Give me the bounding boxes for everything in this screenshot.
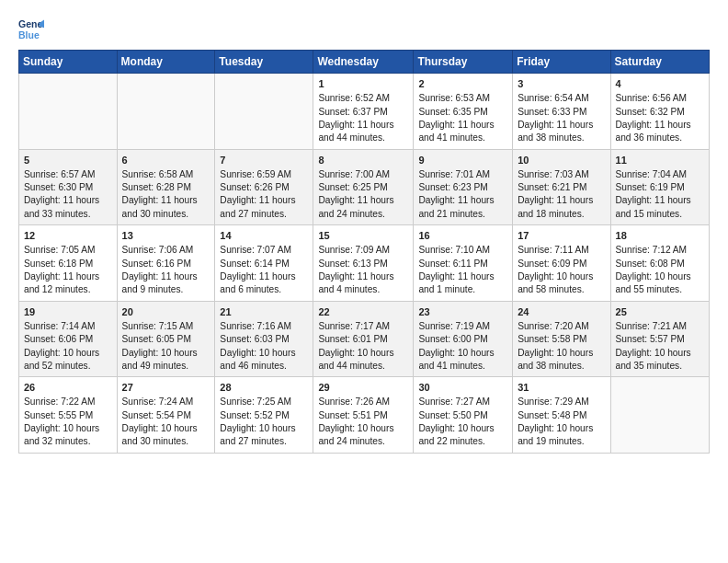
day-info-line: Sunrise: 7:03 AM: [518, 169, 589, 179]
day-info-line: Sunset: 6:11 PM: [418, 259, 487, 269]
day-number: 18: [616, 229, 704, 243]
day-info-line: Sunset: 6:35 PM: [418, 107, 487, 117]
day-info-line: Sunrise: 6:52 AM: [318, 93, 390, 103]
col-tuesday: Tuesday: [215, 51, 313, 74]
day-info-line: Sunrise: 6:58 AM: [122, 169, 194, 179]
calendar-cell: 16Sunrise: 7:10 AMSunset: 6:11 PMDayligh…: [414, 225, 513, 302]
day-info-line: Daylight: 11 hours and 33 minutes.: [24, 195, 99, 218]
calendar-cell: 8Sunrise: 7:00 AMSunset: 6:25 PMDaylight…: [313, 149, 414, 225]
calendar-cell: 6Sunrise: 6:58 AMSunset: 6:28 PMDaylight…: [117, 149, 215, 225]
day-info-line: Sunrise: 7:11 AM: [518, 245, 589, 255]
day-number: 19: [24, 305, 112, 319]
calendar-cell: 27Sunrise: 7:24 AMSunset: 5:54 PMDayligh…: [117, 377, 215, 454]
day-info-line: Daylight: 10 hours and 55 minutes.: [616, 271, 691, 294]
calendar-week-row: 19Sunrise: 7:14 AMSunset: 6:06 PMDayligh…: [19, 301, 710, 377]
day-info-line: Sunset: 6:18 PM: [24, 259, 93, 269]
day-info-line: Sunset: 6:33 PM: [518, 107, 586, 117]
day-info-line: Sunset: 6:21 PM: [518, 182, 586, 192]
day-info-line: Daylight: 10 hours and 22 minutes.: [418, 423, 494, 446]
day-number: 29: [318, 381, 408, 395]
day-info-line: Sunset: 6:13 PM: [318, 259, 387, 269]
calendar-cell: 30Sunrise: 7:27 AMSunset: 5:50 PMDayligh…: [414, 377, 513, 454]
day-number: 26: [24, 381, 112, 395]
calendar-cell: 21Sunrise: 7:16 AMSunset: 6:03 PMDayligh…: [215, 301, 313, 377]
day-info-line: Daylight: 11 hours and 24 minutes.: [318, 195, 393, 218]
day-number: 22: [318, 305, 408, 319]
day-info-line: Sunrise: 7:24 AM: [122, 396, 194, 407]
day-info-line: Daylight: 10 hours and 24 minutes.: [318, 423, 393, 446]
day-info-line: Sunrise: 7:27 AM: [418, 396, 490, 407]
day-info-line: Sunset: 6:25 PM: [318, 182, 387, 192]
day-info-line: Daylight: 11 hours and 21 minutes.: [418, 195, 494, 218]
day-number: 11: [616, 154, 704, 167]
day-number: 1: [318, 77, 408, 91]
calendar-cell: 26Sunrise: 7:22 AMSunset: 5:55 PMDayligh…: [19, 377, 118, 454]
day-info-line: Daylight: 11 hours and 1 minute.: [418, 271, 494, 294]
day-info-line: Daylight: 10 hours and 38 minutes.: [518, 348, 593, 371]
day-info-line: Daylight: 10 hours and 19 minutes.: [518, 423, 593, 446]
day-info-line: Sunset: 5:48 PM: [518, 410, 586, 420]
day-number: 4: [616, 77, 704, 91]
day-info-line: Daylight: 10 hours and 32 minutes.: [24, 423, 99, 446]
day-info-line: Sunrise: 7:14 AM: [24, 321, 96, 331]
day-info-line: Sunset: 6:05 PM: [122, 334, 191, 344]
calendar-cell: 23Sunrise: 7:19 AMSunset: 6:00 PMDayligh…: [414, 301, 513, 377]
day-info-line: Sunrise: 7:25 AM: [220, 396, 291, 407]
calendar-cell: 10Sunrise: 7:03 AMSunset: 6:21 PMDayligh…: [513, 149, 610, 225]
calendar-cell: 2Sunrise: 6:53 AMSunset: 6:35 PMDaylight…: [414, 74, 513, 150]
day-number: 28: [220, 381, 308, 395]
svg-text:Blue: Blue: [18, 29, 40, 40]
day-info-line: Sunrise: 6:57 AM: [24, 169, 96, 179]
calendar-cell: [117, 74, 215, 150]
calendar-cell: 7Sunrise: 6:59 AMSunset: 6:26 PMDaylight…: [215, 149, 313, 225]
calendar-cell: 20Sunrise: 7:15 AMSunset: 6:05 PMDayligh…: [117, 301, 215, 377]
calendar-body: 1Sunrise: 6:52 AMSunset: 6:37 PMDaylight…: [19, 74, 710, 454]
calendar-cell: [215, 74, 313, 150]
day-info-line: Daylight: 10 hours and 41 minutes.: [418, 348, 494, 371]
col-wednesday: Wednesday: [313, 51, 414, 74]
day-info-line: Sunrise: 7:20 AM: [518, 321, 589, 331]
day-info-line: Sunset: 5:54 PM: [122, 410, 191, 420]
day-info-line: Daylight: 11 hours and 9 minutes.: [122, 271, 198, 294]
page: General Blue Sunday Monday Tuesday Wedne…: [0, 0, 728, 563]
day-number: 8: [318, 154, 408, 167]
calendar-cell: [19, 74, 118, 150]
day-info-line: Sunset: 5:51 PM: [318, 410, 387, 420]
calendar-cell: 18Sunrise: 7:12 AMSunset: 6:08 PMDayligh…: [610, 225, 709, 302]
calendar-cell: 19Sunrise: 7:14 AMSunset: 6:06 PMDayligh…: [19, 301, 118, 377]
day-info-line: Daylight: 11 hours and 12 minutes.: [24, 271, 99, 294]
day-info-line: Daylight: 11 hours and 30 minutes.: [122, 195, 198, 218]
day-number: 15: [318, 229, 408, 243]
calendar-cell: 12Sunrise: 7:05 AMSunset: 6:18 PMDayligh…: [19, 225, 118, 302]
day-info-line: Daylight: 10 hours and 52 minutes.: [24, 348, 99, 371]
logo: General Blue: [18, 17, 44, 42]
day-number: 30: [418, 381, 507, 395]
calendar-cell: 24Sunrise: 7:20 AMSunset: 5:58 PMDayligh…: [513, 301, 610, 377]
day-info-line: Sunset: 6:16 PM: [122, 259, 191, 269]
logo-icon: General Blue: [18, 17, 44, 42]
day-info-line: Sunrise: 7:16 AM: [220, 321, 291, 331]
col-saturday: Saturday: [610, 51, 709, 74]
calendar-cell: 11Sunrise: 7:04 AMSunset: 6:19 PMDayligh…: [610, 149, 709, 225]
day-number: 21: [220, 305, 308, 319]
day-info-line: Sunrise: 7:01 AM: [418, 169, 490, 179]
day-info-line: Daylight: 10 hours and 49 minutes.: [122, 348, 198, 371]
calendar-cell: 29Sunrise: 7:26 AMSunset: 5:51 PMDayligh…: [313, 377, 414, 454]
day-info-line: Sunset: 6:14 PM: [220, 259, 289, 269]
day-info-line: Sunrise: 7:29 AM: [518, 396, 589, 407]
day-number: 31: [518, 381, 605, 395]
calendar-cell: 17Sunrise: 7:11 AMSunset: 6:09 PMDayligh…: [513, 225, 610, 302]
col-friday: Friday: [513, 51, 610, 74]
day-info-line: Sunset: 6:32 PM: [616, 107, 685, 117]
day-info-line: Sunrise: 7:21 AM: [616, 321, 688, 331]
day-number: 3: [518, 77, 605, 91]
day-info-line: Sunrise: 7:04 AM: [616, 169, 688, 179]
calendar-cell: 13Sunrise: 7:06 AMSunset: 6:16 PMDayligh…: [117, 225, 215, 302]
day-number: 10: [518, 154, 605, 167]
day-info-line: Sunset: 6:23 PM: [418, 182, 487, 192]
day-info-line: Daylight: 11 hours and 15 minutes.: [616, 195, 691, 218]
day-info-line: Sunrise: 7:19 AM: [418, 321, 490, 331]
day-number: 6: [122, 154, 210, 167]
day-info-line: Daylight: 11 hours and 36 minutes.: [616, 120, 691, 143]
day-info-line: Sunset: 6:19 PM: [616, 182, 685, 192]
